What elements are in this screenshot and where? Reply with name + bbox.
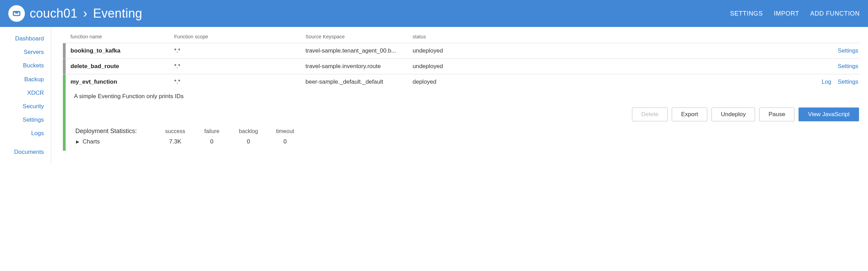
col-header-status: status (413, 34, 475, 39)
sidebar-item-backup[interactable]: Backup (0, 73, 51, 86)
sidebar-item-documents[interactable]: Documents (0, 145, 51, 159)
status-strip (63, 59, 66, 74)
charts-label-text: Charts (83, 138, 100, 145)
status-strip (63, 74, 66, 90)
status-text: deployed (413, 78, 475, 85)
stats-title: Deployment Statistics: (75, 128, 150, 135)
function-name: my_evt_function (70, 78, 174, 85)
sidebar-item-buckets[interactable]: Buckets (0, 59, 51, 72)
stat-value-failure: 0 (200, 138, 223, 145)
row-log-link[interactable]: Log (822, 78, 831, 85)
import-link[interactable]: IMPORT (774, 10, 799, 17)
function-scope: *.* (174, 63, 305, 70)
add-function-link[interactable]: ADD FUNCTION (810, 10, 860, 17)
function-description: A simple Eventing Function only prints I… (73, 93, 860, 100)
pause-button[interactable]: Pause (759, 108, 794, 121)
sidebar-item-settings[interactable]: Settings (0, 113, 51, 127)
table-row[interactable]: booking_to_kafka *.* travel-sample.tenan… (63, 43, 860, 58)
function-name: booking_to_kafka (70, 47, 174, 54)
stats-values-row: ▶ Charts 7.3K 0 0 0 (73, 135, 860, 145)
col-header-scope: Function scope (174, 34, 305, 39)
function-scope: *.* (174, 78, 305, 85)
deployment-stats-header: Deployment Statistics: success failure b… (73, 128, 860, 135)
stat-value-backlog: 0 (237, 138, 260, 145)
table-row[interactable]: delete_bad_route *.* travel-sample.inven… (63, 58, 860, 74)
sidebar-item-xdcr[interactable]: XDCR (0, 86, 51, 100)
row-settings-link[interactable]: Settings (838, 78, 858, 85)
col-header-name: function name (70, 34, 174, 39)
main-content: function name Function scope Source Keys… (51, 27, 868, 163)
sidebar-item-servers[interactable]: Servers (0, 45, 51, 59)
row-settings-link[interactable]: Settings (838, 63, 858, 69)
table-header-row: function name Function scope Source Keys… (63, 32, 860, 43)
expanded-panel: A simple Eventing Function only prints I… (63, 90, 860, 151)
export-button[interactable]: Export (672, 108, 707, 121)
source-keyspace: beer-sample._default._default (305, 78, 413, 85)
stat-value-success: 7.3K (164, 138, 187, 145)
undeploy-button[interactable]: Undeploy (711, 108, 755, 121)
breadcrumb: couch01 › Eventing (30, 6, 142, 21)
top-header: couch01 › Eventing SETTINGS IMPORT ADD F… (0, 0, 868, 27)
breadcrumb-section: Eventing (93, 6, 142, 20)
stat-label-backlog: backlog (237, 128, 260, 134)
status-strip (63, 43, 66, 58)
couchbase-logo-icon (8, 5, 25, 22)
stat-label-success: success (164, 128, 187, 134)
status-text: undeployed (413, 47, 475, 54)
sidebar: Dashboard Servers Buckets Backup XDCR Se… (0, 27, 51, 163)
function-name: delete_bad_route (70, 63, 174, 70)
stat-label-failure: failure (200, 128, 223, 134)
status-text: undeployed (413, 63, 475, 70)
delete-button: Delete (632, 108, 668, 121)
sidebar-item-security[interactable]: Security (0, 100, 51, 113)
function-scope: *.* (174, 47, 305, 54)
col-header-source: Source Keyspace (305, 34, 413, 39)
action-buttons: Delete Export Undeploy Pause View JavaSc… (73, 108, 860, 121)
stat-label-timeout: timeout (274, 128, 296, 134)
header-actions: SETTINGS IMPORT ADD FUNCTION (730, 10, 860, 17)
charts-toggle[interactable]: ▶ Charts (75, 138, 150, 145)
sidebar-item-logs[interactable]: Logs (0, 127, 51, 140)
source-keyspace: travel-sample.inventory.route (305, 63, 413, 70)
sidebar-item-dashboard[interactable]: Dashboard (0, 32, 51, 45)
row-settings-link[interactable]: Settings (838, 47, 858, 54)
breadcrumb-separator: › (83, 6, 87, 20)
settings-link[interactable]: SETTINGS (730, 10, 763, 17)
triangle-right-icon: ▶ (76, 139, 79, 144)
source-keyspace: travel-sample.tenant_agent_00.b... (305, 47, 413, 54)
table-row[interactable]: my_evt_function *.* beer-sample._default… (63, 74, 860, 90)
breadcrumb-node[interactable]: couch01 (30, 6, 77, 20)
view-js-button[interactable]: View JavaScript (799, 108, 859, 121)
stat-value-timeout: 0 (274, 138, 296, 145)
